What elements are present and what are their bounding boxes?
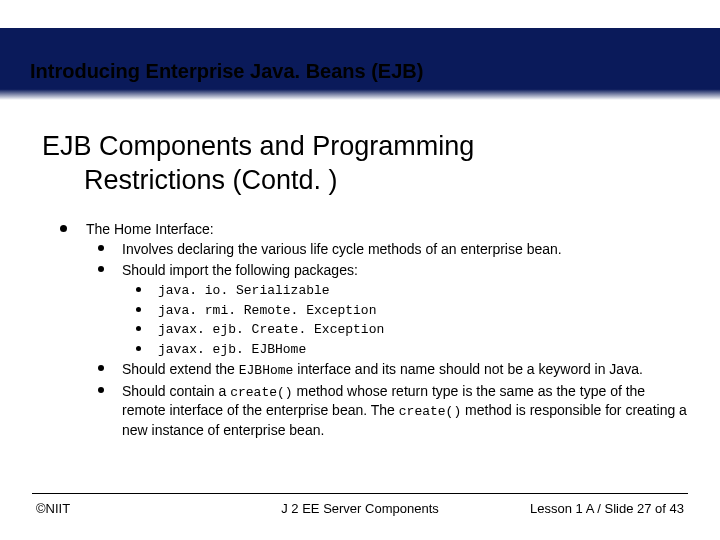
- content-area: EJB Components and Programming Restricti…: [42, 130, 690, 440]
- code-ejbhome: EJBHome: [239, 363, 294, 378]
- bullet-pkg-ejbhome: javax. ejb. EJBHome: [42, 341, 690, 359]
- heading-line1: EJB Components and Programming: [42, 131, 474, 161]
- footer: ©NIIT J 2 EE Server Components Lesson 1 …: [0, 501, 720, 516]
- text: Should contain a: [122, 383, 230, 399]
- footer-copyright: ©NIIT: [36, 501, 70, 516]
- footer-rule: [32, 493, 688, 494]
- heading-line2: Restrictions (Contd. ): [42, 164, 690, 198]
- bullet-l2-involves: Involves declaring the various life cycl…: [42, 240, 690, 259]
- text: Should extend the: [122, 361, 239, 377]
- slide-title: Introducing Enterprise Java. Beans (EJB): [30, 60, 423, 83]
- text: interface and its name should not be a k…: [293, 361, 642, 377]
- bullet-l2-extend: Should extend the EJBHome interface and …: [42, 360, 690, 380]
- code-create2: create(): [399, 404, 461, 419]
- code-create1: create(): [230, 385, 292, 400]
- bullet-l2-create: Should contain a create() method whose r…: [42, 382, 690, 440]
- footer-slide-number: Lesson 1 A / Slide 27 of 43: [530, 501, 684, 516]
- bullet-l2-import: Should import the following packages:: [42, 261, 690, 280]
- bullet-pkg-serializable: java. io. Serializable: [42, 282, 690, 300]
- slide-heading: EJB Components and Programming Restricti…: [42, 130, 690, 198]
- bullet-pkg-createexception: javax. ejb. Create. Exception: [42, 321, 690, 339]
- bullet-l1: The Home Interface:: [42, 220, 690, 239]
- bullet-pkg-remoteexception: java. rmi. Remote. Exception: [42, 302, 690, 320]
